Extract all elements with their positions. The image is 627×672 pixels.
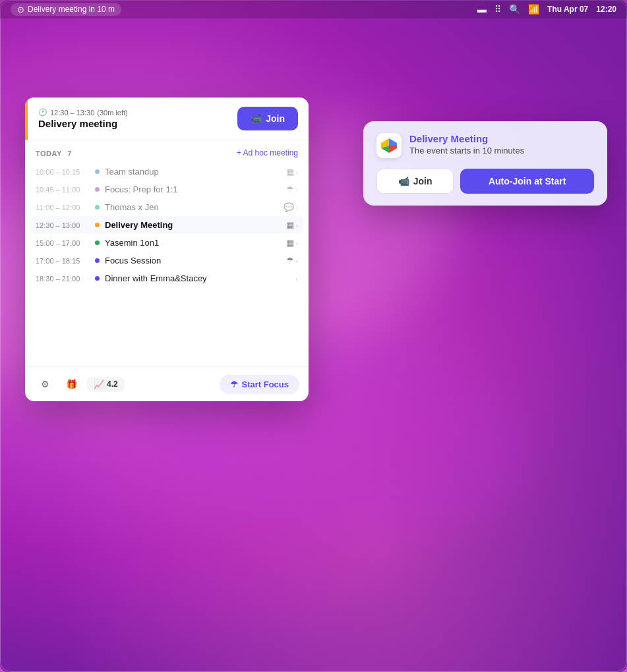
app-icon bbox=[376, 133, 402, 158]
event-row[interactable]: 18:30 – 21:00 Dinner with Emma&Stacey › bbox=[30, 269, 303, 287]
meet-icon: ▦ bbox=[286, 220, 294, 230]
event-row[interactable]: 17:00 – 18:15 Focus Session ☂ › bbox=[30, 252, 303, 269]
event-dot bbox=[95, 276, 100, 281]
event-title: Focus Session bbox=[105, 256, 282, 266]
notification-join-label: Join bbox=[413, 176, 433, 186]
event-row[interactable]: 12:30 – 13:00 Delivery Meeting ▦ › bbox=[30, 216, 303, 234]
event-row[interactable]: 15:00 – 17:00 Yasemin 1on1 ▦ › bbox=[30, 234, 303, 252]
current-event-time-range: 12:30 – 13:30 bbox=[50, 109, 94, 117]
chevron-icon: › bbox=[295, 239, 298, 247]
current-event-join-button[interactable]: 📹 Join bbox=[237, 107, 298, 130]
chevron-icon: › bbox=[295, 257, 298, 265]
event-list: 10:00 – 10:15 Team standup ▦ › 10:45 – 1… bbox=[25, 163, 309, 287]
event-dot bbox=[95, 223, 100, 227]
notification-autojoin-label: Auto-Join at Start bbox=[489, 176, 566, 186]
app-logo-icon bbox=[379, 136, 399, 155]
today-label-group: TODAY 7 bbox=[36, 147, 71, 159]
chevron-icon: › bbox=[295, 275, 298, 283]
current-event-info: 🕐 12:30 – 13:30 (30m left) Delivery meet… bbox=[38, 108, 237, 129]
meet-icon: ▦ bbox=[286, 238, 294, 248]
event-time: 10:00 – 10:15 bbox=[36, 168, 95, 176]
video-icon: 📹 bbox=[398, 176, 409, 186]
today-header: TODAY 7 + Ad hoc meeting bbox=[25, 140, 309, 163]
today-count: 7 bbox=[67, 150, 71, 157]
battery-icon[interactable]: ▬ bbox=[477, 4, 487, 14]
start-focus-button[interactable]: ☂ Start Focus bbox=[220, 375, 299, 394]
event-spacer bbox=[25, 287, 309, 366]
current-event-title: Delivery meeting bbox=[38, 118, 237, 129]
notification-text: Delivery Meeting The event starts in 10 … bbox=[409, 133, 594, 155]
event-dot bbox=[95, 205, 100, 210]
notification-join-button[interactable]: 📹 Join bbox=[376, 169, 454, 194]
event-title: Delivery Meeting bbox=[105, 220, 282, 230]
gift-icon: 🎁 bbox=[66, 379, 77, 389]
chevron-icon: › bbox=[295, 221, 298, 229]
event-title: Focus: Prep for 1:1 bbox=[105, 184, 282, 194]
event-row[interactable]: 10:45 – 11:00 Focus: Prep for 1:1 ☂ › bbox=[30, 181, 303, 198]
score-graph-icon: 📈 bbox=[94, 379, 104, 389]
calendar-menu-icon: ⊙ bbox=[17, 5, 24, 14]
event-time: 18:30 – 21:00 bbox=[36, 275, 95, 283]
notification-header: Delivery Meeting The event starts in 10 … bbox=[376, 133, 594, 158]
chat-icon: 💬 bbox=[284, 202, 294, 212]
search-icon[interactable]: 🔍 bbox=[509, 4, 520, 14]
event-title: Yasemin 1on1 bbox=[105, 238, 282, 248]
event-icons: 💬 bbox=[284, 202, 294, 212]
adhoc-meeting-button[interactable]: + Ad hoc meeting bbox=[237, 148, 298, 157]
start-focus-label: Start Focus bbox=[241, 379, 289, 389]
event-title: Dinner with Emma&Stacey bbox=[105, 273, 294, 283]
event-icons: ☂ bbox=[286, 256, 294, 266]
gear-icon: ⚙ bbox=[41, 379, 49, 389]
event-time: 17:00 – 18:15 bbox=[36, 257, 95, 265]
chevron-icon: › bbox=[295, 204, 298, 211]
clock-icon: 🕐 bbox=[38, 108, 47, 117]
event-dot bbox=[95, 187, 100, 192]
menubar-right: ▬ ⠿ 🔍 📶 Thu Apr 07 12:20 bbox=[477, 4, 616, 14]
chevron-icon: › bbox=[295, 168, 298, 176]
event-icons: ▦ bbox=[286, 220, 294, 230]
menubar-time: 12:20 bbox=[596, 5, 616, 14]
calendar-widget: 🕐 12:30 – 13:30 (30m left) Delivery meet… bbox=[25, 98, 309, 401]
event-dot bbox=[95, 258, 100, 263]
notification-subtitle: The event starts in 10 minutes bbox=[409, 146, 594, 155]
notification-actions: 📹 Join Auto-Join at Start bbox=[376, 169, 594, 194]
event-icons: ☂ bbox=[286, 184, 294, 194]
current-event-time-left: (30m left) bbox=[97, 109, 127, 117]
event-time: 11:00 – 12:00 bbox=[36, 204, 95, 211]
event-icons: ▦ bbox=[286, 238, 294, 248]
event-time: 10:45 – 11:00 bbox=[36, 186, 95, 194]
event-dot bbox=[95, 169, 100, 174]
score-value: 4.2 bbox=[107, 379, 118, 389]
menubar-notification[interactable]: ⊙ Delivery meeting in 10 m bbox=[11, 3, 121, 16]
current-event-banner: 🕐 12:30 – 13:30 (30m left) Delivery meet… bbox=[25, 98, 309, 140]
focus-umbrella-icon: ☂ bbox=[230, 379, 238, 389]
menubar-left: ⊙ Delivery meeting in 10 m bbox=[11, 3, 121, 16]
score-badge[interactable]: 📈 4.2 bbox=[87, 377, 125, 392]
event-title: Team standup bbox=[105, 167, 282, 177]
video-join-icon: 📹 bbox=[251, 113, 262, 124]
event-time: 15:00 – 17:00 bbox=[36, 239, 95, 247]
event-row[interactable]: 10:00 – 10:15 Team standup ▦ › bbox=[30, 163, 303, 181]
menubar: ⊙ Delivery meeting in 10 m ▬ ⠿ 🔍 📶 Thu A… bbox=[0, 0, 627, 18]
current-event-time: 🕐 12:30 – 13:30 (30m left) bbox=[38, 108, 237, 117]
gift-button[interactable]: 🎁 bbox=[61, 374, 82, 395]
umbrella-icon: ☂ bbox=[286, 184, 294, 194]
event-dot bbox=[95, 240, 100, 245]
umbrella-icon: ☂ bbox=[286, 256, 294, 266]
widget-footer: ⚙ 🎁 📈 4.2 ☂ Start Focus bbox=[25, 366, 309, 401]
event-title: Thomas x Jen bbox=[105, 202, 280, 212]
chevron-icon: › bbox=[295, 186, 298, 194]
wifi-icon[interactable]: 📶 bbox=[528, 4, 539, 14]
notification-title: Delivery Meeting bbox=[409, 133, 594, 144]
join-label: Join bbox=[266, 113, 285, 124]
notification-popup: Delivery Meeting The event starts in 10 … bbox=[363, 121, 607, 206]
notification-autojoin-button[interactable]: Auto-Join at Start bbox=[460, 169, 594, 194]
settings-button[interactable]: ⚙ bbox=[34, 374, 55, 395]
event-time: 12:30 – 13:00 bbox=[36, 221, 95, 229]
event-icons: ▦ bbox=[286, 167, 294, 177]
event-row[interactable]: 11:00 – 12:00 Thomas x Jen 💬 › bbox=[30, 198, 303, 216]
meet-icon: ▦ bbox=[286, 167, 294, 177]
menubar-date: Thu Apr 07 bbox=[547, 5, 588, 14]
today-label: TODAY bbox=[36, 150, 62, 157]
screentime-icon[interactable]: ⠿ bbox=[494, 4, 501, 14]
